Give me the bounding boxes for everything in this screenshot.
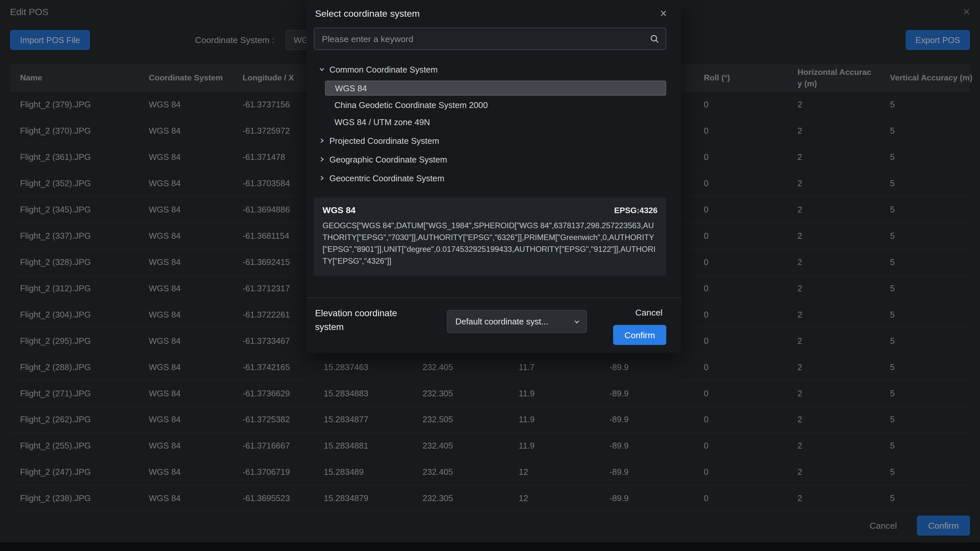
tree-item-cgcs2000[interactable]: China Geodetic Coordinate System 2000 (325, 97, 667, 113)
tree-item-wgs84-utm49n[interactable]: WGS 84 / UTM zone 49N (325, 114, 667, 129)
dialog-cancel-button[interactable]: Cancel (632, 307, 667, 318)
elevation-coordinate-system-label: Elevation coordinate system (315, 307, 422, 334)
dialog-footer: Elevation coordinate system Default coor… (306, 297, 681, 353)
elevation-coordinate-system-select[interactable]: Default coordinate syst... (447, 310, 587, 333)
coordinate-system-tree: Common Coordinate System WGS 84 China Ge… (313, 60, 666, 187)
search-icon[interactable] (650, 34, 659, 44)
chevron-down-icon (319, 66, 325, 73)
tree-item-wgs84[interactable]: WGS 84 (325, 81, 667, 95)
elevation-selected-value: Default coordinate syst... (455, 317, 548, 326)
detail-name: WGS 84 (323, 205, 356, 215)
tree-node-label: Common Coordinate System (329, 65, 438, 74)
detail-epsg-code: EPSG:4326 (614, 206, 657, 215)
dialog-title: Select coordinate system (315, 8, 420, 18)
keyword-search-box (313, 28, 666, 50)
tree-node-label: Geocentric Coordinate System (329, 173, 444, 183)
detail-wkt-text: GEOGCS["WGS 84",DATUM["WGS_1984",SPHEROI… (323, 220, 657, 268)
tree-node-label: Geographic Coordinate System (329, 155, 447, 164)
chevron-right-icon (319, 138, 325, 144)
tree-node-geographic[interactable]: Geographic Coordinate System (313, 150, 666, 169)
coordinate-system-detail: WGS 84 EPSG:4326 GEOGCS["WGS 84",DATUM["… (313, 197, 666, 276)
tree-node-geocentric[interactable]: Geocentric Coordinate System (313, 169, 666, 187)
tree-node-projected[interactable]: Projected Coordinate System (313, 131, 666, 150)
chevron-right-icon (319, 156, 325, 162)
tree-node-common[interactable]: Common Coordinate System (313, 60, 666, 79)
chevron-down-icon (574, 319, 580, 325)
keyword-search-input[interactable] (321, 33, 650, 44)
dialog-header: Select coordinate system × (306, 0, 681, 26)
select-coordinate-system-dialog: Select coordinate system × Common Coordi… (306, 0, 681, 353)
dialog-close-icon[interactable]: × (660, 7, 667, 19)
edit-pos-window: Edit POS × Import POS File Coordinate Sy… (0, 0, 980, 551)
tree-node-label: Projected Coordinate System (329, 136, 439, 146)
chevron-right-icon (319, 175, 325, 181)
dialog-confirm-button[interactable]: Confirm (613, 325, 667, 345)
